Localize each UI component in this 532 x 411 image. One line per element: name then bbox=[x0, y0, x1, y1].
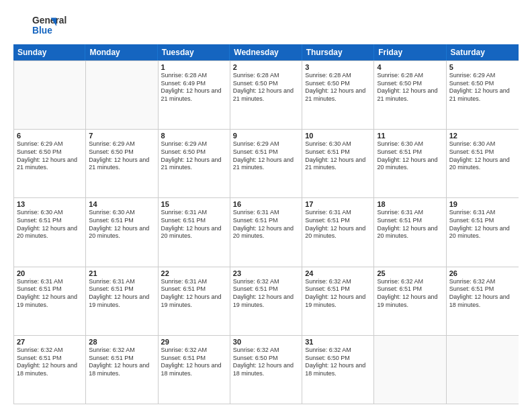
day-cell-29: 29Sunrise: 6:32 AM Sunset: 6:51 PM Dayli… bbox=[159, 336, 230, 404]
day-info: Sunrise: 6:31 AM Sunset: 6:51 PM Dayligh… bbox=[449, 209, 516, 240]
day-cell-11: 11Sunrise: 6:30 AM Sunset: 6:51 PM Dayli… bbox=[374, 130, 446, 197]
day-info: Sunrise: 6:29 AM Sunset: 6:50 PM Dayligh… bbox=[161, 140, 227, 172]
day-cell-28: 28Sunrise: 6:32 AM Sunset: 6:51 PM Dayli… bbox=[86, 336, 158, 404]
day-number: 24 bbox=[305, 269, 371, 277]
day-info: Sunrise: 6:29 AM Sunset: 6:51 PM Dayligh… bbox=[233, 140, 299, 172]
day-header-wednesday: Wednesday bbox=[230, 44, 302, 60]
day-number: 25 bbox=[377, 269, 443, 277]
day-number: 4 bbox=[377, 63, 443, 71]
day-info: Sunrise: 6:32 AM Sunset: 6:51 PM Dayligh… bbox=[233, 278, 299, 310]
day-cell-18: 18Sunrise: 6:31 AM Sunset: 6:51 PM Dayli… bbox=[374, 198, 446, 266]
day-cell-10: 10Sunrise: 6:30 AM Sunset: 6:51 PM Dayli… bbox=[302, 130, 374, 197]
svg-text:Blue: Blue bbox=[32, 26, 52, 36]
calendar: SundayMondayTuesdayWednesdayThursdayFrid… bbox=[13, 44, 519, 404]
day-cell-16: 16Sunrise: 6:31 AM Sunset: 6:51 PM Dayli… bbox=[230, 198, 302, 266]
day-info: Sunrise: 6:31 AM Sunset: 6:51 PM Dayligh… bbox=[89, 278, 154, 310]
day-number: 30 bbox=[233, 338, 299, 346]
day-cell-15: 15Sunrise: 6:31 AM Sunset: 6:51 PM Dayli… bbox=[159, 198, 230, 266]
logo-icon: General Blue bbox=[13, 12, 74, 38]
day-info: Sunrise: 6:29 AM Sunset: 6:50 PM Dayligh… bbox=[17, 140, 83, 172]
day-number: 18 bbox=[377, 200, 443, 208]
day-info: Sunrise: 6:32 AM Sunset: 6:51 PM Dayligh… bbox=[89, 347, 154, 378]
empty-cell bbox=[86, 61, 158, 129]
empty-cell bbox=[447, 336, 519, 404]
day-number: 2 bbox=[233, 63, 299, 71]
page-header: General Blue bbox=[13, 12, 519, 38]
day-info: Sunrise: 6:31 AM Sunset: 6:51 PM Dayligh… bbox=[161, 278, 227, 310]
day-number: 10 bbox=[305, 132, 371, 140]
day-cell-31: 31Sunrise: 6:32 AM Sunset: 6:50 PM Dayli… bbox=[302, 336, 374, 404]
day-cell-9: 9Sunrise: 6:29 AM Sunset: 6:51 PM Daylig… bbox=[230, 130, 302, 197]
day-number: 12 bbox=[449, 132, 516, 140]
day-cell-7: 7Sunrise: 6:29 AM Sunset: 6:50 PM Daylig… bbox=[86, 130, 158, 197]
day-cell-12: 12Sunrise: 6:30 AM Sunset: 6:51 PM Dayli… bbox=[447, 130, 519, 197]
day-info: Sunrise: 6:31 AM Sunset: 6:51 PM Dayligh… bbox=[377, 209, 443, 240]
svg-text:General: General bbox=[32, 15, 66, 26]
day-cell-14: 14Sunrise: 6:30 AM Sunset: 6:51 PM Dayli… bbox=[86, 198, 158, 266]
day-cell-25: 25Sunrise: 6:32 AM Sunset: 6:51 PM Dayli… bbox=[374, 267, 446, 335]
day-number: 27 bbox=[17, 338, 83, 346]
day-header-friday: Friday bbox=[374, 44, 446, 60]
day-number: 28 bbox=[89, 338, 154, 346]
calendar-row-5: 27Sunrise: 6:32 AM Sunset: 6:51 PM Dayli… bbox=[14, 335, 519, 404]
day-info: Sunrise: 6:32 AM Sunset: 6:51 PM Dayligh… bbox=[161, 347, 227, 378]
day-cell-6: 6Sunrise: 6:29 AM Sunset: 6:50 PM Daylig… bbox=[14, 130, 86, 197]
logo: General Blue bbox=[13, 12, 74, 38]
day-info: Sunrise: 6:31 AM Sunset: 6:51 PM Dayligh… bbox=[17, 278, 83, 310]
day-info: Sunrise: 6:30 AM Sunset: 6:51 PM Dayligh… bbox=[449, 140, 516, 172]
day-cell-24: 24Sunrise: 6:32 AM Sunset: 6:51 PM Dayli… bbox=[302, 267, 374, 335]
day-cell-13: 13Sunrise: 6:30 AM Sunset: 6:51 PM Dayli… bbox=[14, 198, 86, 266]
day-cell-2: 2Sunrise: 6:28 AM Sunset: 6:50 PM Daylig… bbox=[230, 61, 302, 129]
day-number: 31 bbox=[305, 338, 371, 346]
day-number: 16 bbox=[233, 200, 299, 208]
day-cell-30: 30Sunrise: 6:32 AM Sunset: 6:50 PM Dayli… bbox=[230, 336, 302, 404]
day-number: 17 bbox=[305, 200, 371, 208]
day-info: Sunrise: 6:30 AM Sunset: 6:51 PM Dayligh… bbox=[377, 140, 443, 172]
day-header-tuesday: Tuesday bbox=[158, 44, 230, 60]
day-info: Sunrise: 6:31 AM Sunset: 6:51 PM Dayligh… bbox=[305, 209, 371, 240]
day-cell-19: 19Sunrise: 6:31 AM Sunset: 6:51 PM Dayli… bbox=[447, 198, 519, 266]
day-number: 19 bbox=[449, 200, 516, 208]
day-cell-1: 1Sunrise: 6:28 AM Sunset: 6:49 PM Daylig… bbox=[159, 61, 230, 129]
day-number: 22 bbox=[161, 269, 227, 277]
day-number: 29 bbox=[161, 338, 227, 346]
day-cell-27: 27Sunrise: 6:32 AM Sunset: 6:51 PM Dayli… bbox=[14, 336, 86, 404]
day-cell-5: 5Sunrise: 6:29 AM Sunset: 6:50 PM Daylig… bbox=[447, 61, 519, 129]
day-number: 6 bbox=[17, 132, 83, 140]
day-header-thursday: Thursday bbox=[302, 44, 374, 60]
day-cell-20: 20Sunrise: 6:31 AM Sunset: 6:51 PM Dayli… bbox=[14, 267, 86, 335]
day-number: 26 bbox=[449, 269, 516, 277]
day-cell-22: 22Sunrise: 6:31 AM Sunset: 6:51 PM Dayli… bbox=[159, 267, 230, 335]
day-info: Sunrise: 6:30 AM Sunset: 6:51 PM Dayligh… bbox=[89, 209, 154, 240]
empty-cell bbox=[374, 336, 446, 404]
day-cell-3: 3Sunrise: 6:28 AM Sunset: 6:50 PM Daylig… bbox=[302, 61, 374, 129]
day-header-saturday: Saturday bbox=[447, 44, 519, 60]
day-number: 14 bbox=[89, 200, 154, 208]
day-number: 8 bbox=[161, 132, 227, 140]
day-info: Sunrise: 6:31 AM Sunset: 6:51 PM Dayligh… bbox=[161, 209, 227, 240]
day-info: Sunrise: 6:30 AM Sunset: 6:51 PM Dayligh… bbox=[17, 209, 83, 240]
day-number: 7 bbox=[89, 132, 154, 140]
day-cell-17: 17Sunrise: 6:31 AM Sunset: 6:51 PM Dayli… bbox=[302, 198, 374, 266]
day-header-sunday: Sunday bbox=[13, 44, 85, 60]
day-number: 3 bbox=[305, 63, 371, 71]
day-info: Sunrise: 6:31 AM Sunset: 6:51 PM Dayligh… bbox=[233, 209, 299, 240]
day-number: 9 bbox=[233, 132, 299, 140]
day-info: Sunrise: 6:28 AM Sunset: 6:49 PM Dayligh… bbox=[161, 72, 227, 103]
day-cell-8: 8Sunrise: 6:29 AM Sunset: 6:50 PM Daylig… bbox=[159, 130, 230, 197]
day-info: Sunrise: 6:32 AM Sunset: 6:50 PM Dayligh… bbox=[305, 347, 371, 378]
day-info: Sunrise: 6:30 AM Sunset: 6:51 PM Dayligh… bbox=[305, 140, 371, 172]
day-number: 13 bbox=[17, 200, 83, 208]
day-cell-23: 23Sunrise: 6:32 AM Sunset: 6:51 PM Dayli… bbox=[230, 267, 302, 335]
day-number: 15 bbox=[161, 200, 227, 208]
calendar-row-1: 1Sunrise: 6:28 AM Sunset: 6:49 PM Daylig… bbox=[14, 60, 519, 129]
day-info: Sunrise: 6:32 AM Sunset: 6:51 PM Dayligh… bbox=[305, 278, 371, 310]
day-info: Sunrise: 6:29 AM Sunset: 6:50 PM Dayligh… bbox=[89, 140, 154, 172]
calendar-row-3: 13Sunrise: 6:30 AM Sunset: 6:51 PM Dayli… bbox=[14, 197, 519, 266]
empty-cell bbox=[14, 61, 86, 129]
calendar-header: SundayMondayTuesdayWednesdayThursdayFrid… bbox=[13, 44, 519, 60]
day-number: 1 bbox=[161, 63, 227, 71]
day-header-monday: Monday bbox=[85, 44, 157, 60]
day-number: 5 bbox=[449, 63, 516, 71]
calendar-row-2: 6Sunrise: 6:29 AM Sunset: 6:50 PM Daylig… bbox=[14, 129, 519, 197]
